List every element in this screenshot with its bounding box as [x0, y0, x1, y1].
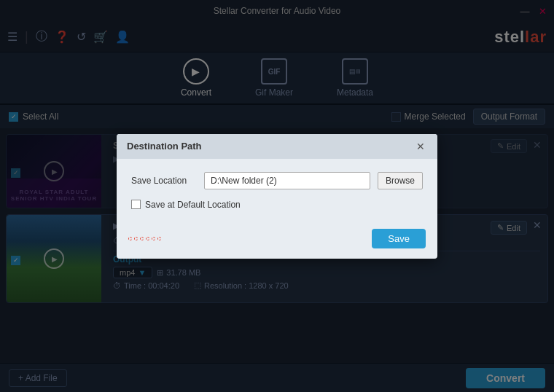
dot-3: [140, 237, 144, 240]
modal-overlay: Destination Path ✕ Save Location Browse …: [0, 0, 554, 392]
modal-close-button[interactable]: ✕: [414, 140, 427, 153]
destination-path-modal: Destination Path ✕ Save Location Browse …: [117, 134, 437, 259]
save-default-label: Save at Default Location: [145, 200, 241, 210]
modal-header: Destination Path ✕: [117, 134, 437, 159]
dot-4: [146, 237, 149, 240]
dot-2: [134, 237, 138, 240]
save-default-checkbox[interactable]: [131, 200, 141, 209]
modal-title: Destination Path: [127, 141, 202, 152]
dot-6: [157, 237, 161, 240]
browse-button[interactable]: Browse: [378, 172, 423, 189]
save-location-label: Save Location: [131, 176, 197, 186]
modal-save-location-row: Save Location Browse: [131, 172, 423, 189]
modal-footer: Save: [117, 223, 437, 259]
dot-1: [128, 237, 132, 240]
modal-body: Save Location Browse Save at Default Loc…: [117, 159, 437, 223]
save-location-input[interactable]: [204, 172, 370, 189]
modal-save-button[interactable]: Save: [372, 229, 426, 248]
save-default-row: Save at Default Location: [131, 200, 423, 210]
dot-5: [152, 237, 155, 240]
modal-decoration-dots: [128, 237, 161, 240]
